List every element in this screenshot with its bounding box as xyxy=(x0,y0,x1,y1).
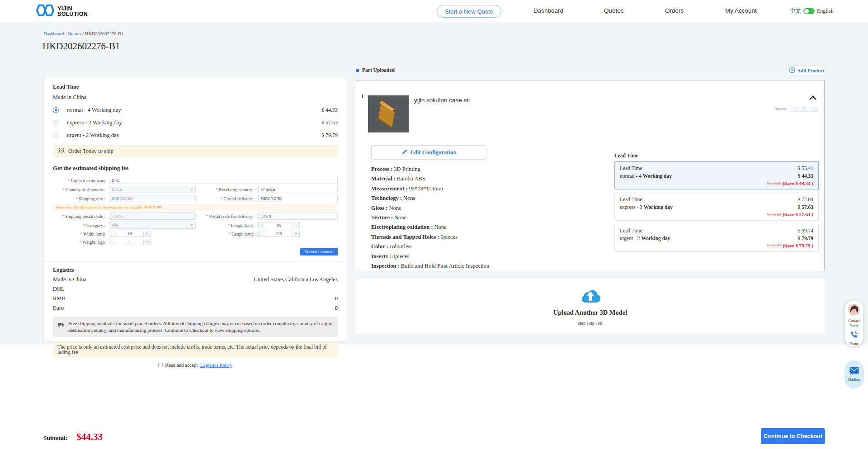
price-estimate-note: The price is only an estimated cost pric… xyxy=(53,341,338,358)
start-new-quote-button[interactable]: Start a New Quote xyxy=(437,5,501,18)
quantity-value: 1 xyxy=(796,106,812,112)
logo[interactable]: YIJIN SOLUTION xyxy=(35,4,88,19)
quote-page: YIJIN SOLUTION Start a New Quote Dashboa… xyxy=(0,0,868,449)
chevron-down-icon xyxy=(190,224,193,226)
lead-card-urgent[interactable]: Lead Time$ 99.74 urgent - 2 Working day$… xyxy=(614,224,819,252)
quantity-control: Quantity - 1 + xyxy=(774,106,818,112)
breadcrumb-dashboard[interactable]: Dashboard xyxy=(43,31,64,36)
lead-option-express[interactable]: express - 3 Working day $ 57.63 xyxy=(53,119,338,126)
delivery-postal-field[interactable] xyxy=(258,213,338,220)
receiving-country-input[interactable] xyxy=(261,187,335,192)
contact-float-widget: Contact Name Phone xyxy=(845,300,863,346)
policy-checkbox[interactable] xyxy=(158,363,163,367)
logistics-policy-link[interactable]: Logistics Policy xyxy=(200,362,232,368)
spec-technology: Technology :None xyxy=(371,194,584,203)
spec-inspection: Inspection :Build and Hold First Article… xyxy=(371,261,584,271)
part-uploaded-header: Part Uploaded xyxy=(356,67,395,73)
decrement-button[interactable]: - xyxy=(258,231,265,237)
height-value[interactable]: 119 xyxy=(265,231,292,237)
city-of-delivery-input[interactable] xyxy=(261,196,335,201)
country-of-shipment-label: *Country of shipment : xyxy=(53,187,105,192)
checkout-bar: Subtotal: $44.33 Continue to Checkout xyxy=(0,424,868,449)
nav-quotes[interactable]: Quotes xyxy=(604,7,624,14)
breadcrumb-sep: / xyxy=(65,31,66,36)
logo-text: YIJIN SOLUTION xyxy=(57,6,88,17)
city-of-delivery-field[interactable] xyxy=(258,195,338,202)
continue-to-checkout-button[interactable]: Continue to Checkout xyxy=(761,428,825,444)
receiving-country-field[interactable] xyxy=(258,186,338,193)
collapse-chevron-up-icon[interactable] xyxy=(809,94,817,102)
yijin-logo-icon xyxy=(35,4,55,19)
decrement-button[interactable]: - xyxy=(109,231,116,237)
logistics-company-input[interactable] xyxy=(112,178,335,183)
increment-button[interactable]: + xyxy=(143,239,151,245)
increment-button[interactable]: + xyxy=(812,106,818,112)
spec-electroplating: Electroplating oxidation :None xyxy=(371,222,584,232)
policy-text: Read and accept xyxy=(165,362,198,368)
category-select[interactable] xyxy=(109,222,196,229)
decrement-button[interactable]: - xyxy=(109,239,116,245)
delivery-postal-input[interactable] xyxy=(261,214,335,218)
spec-color: Color :colourless xyxy=(371,242,584,251)
shipping-city-field[interactable] xyxy=(109,195,196,202)
spec-threads: Threads and Tapped Holes :0pieces xyxy=(371,232,584,242)
length-value[interactable]: 95 xyxy=(265,222,292,228)
logistics-row: RMB0 xyxy=(53,295,338,302)
width-value[interactable]: 18 xyxy=(116,231,143,237)
upload-another-model-dropzone[interactable]: Upload Another 3D Model step | stp | stl xyxy=(356,279,825,334)
free-shipping-text: Free shipping available for small parcel… xyxy=(68,320,333,334)
country-of-shipment-select[interactable] xyxy=(109,186,196,193)
subtotal: Subtotal: $44.33 xyxy=(43,431,103,443)
add-product-button[interactable]: Add Product xyxy=(788,65,826,76)
lead-option-label: express - 3 Working day xyxy=(67,119,122,126)
nav-dashboard[interactable]: Dashboard xyxy=(533,7,563,14)
lang-english-label[interactable]: English xyxy=(817,8,834,14)
nav-orders[interactable]: Orders xyxy=(665,7,684,14)
country-of-shipment-value xyxy=(112,187,189,192)
upload-formats: step | stp | stl xyxy=(578,321,603,326)
increment-button[interactable]: + xyxy=(143,231,151,237)
edit-configuration-button[interactable]: Edit Configuration xyxy=(371,145,486,160)
lead-card-normal[interactable]: Lead Time$ 55.41 normal - 4 Working day$… xyxy=(614,161,819,189)
shipping-postal-field[interactable] xyxy=(109,213,196,220)
logistics-company-field[interactable] xyxy=(109,177,338,184)
phone-label[interactable]: Phone xyxy=(849,342,859,346)
decrement-button[interactable]: - xyxy=(258,222,265,228)
breadcrumb-quotes[interactable]: Quotes xyxy=(68,31,81,36)
nav-my-account[interactable]: My Account xyxy=(725,7,757,14)
lead-card-express[interactable]: Lead Time$ 72.04 express - 3 Working day… xyxy=(614,193,819,221)
width-stepper: -18+ xyxy=(109,231,151,237)
decrement-button[interactable]: - xyxy=(790,106,796,112)
model-thumbnail[interactable] xyxy=(368,95,409,132)
shipping-postal-label: *Shipping postal code : xyxy=(53,214,105,219)
contact-avatar[interactable] xyxy=(848,304,860,317)
quantity-label: Quantity xyxy=(774,107,787,111)
upload-title: Upload Another 3D Model xyxy=(553,309,627,317)
category-value xyxy=(112,223,189,227)
logistics-heading: Logistics xyxy=(53,267,338,274)
clock-icon xyxy=(58,147,65,156)
origin-label: Made in China xyxy=(53,94,338,101)
increment-button[interactable]: + xyxy=(292,222,300,228)
order-today-text: Order Today to ship xyxy=(68,148,113,155)
contact-name-label[interactable]: Contact Name xyxy=(845,319,863,327)
language-toggle[interactable] xyxy=(803,8,815,14)
increment-button[interactable]: + xyxy=(292,231,300,237)
spec-texture: Texture :None xyxy=(371,213,584,222)
radio-icon[interactable] xyxy=(53,132,59,138)
lang-chinese-label[interactable]: 中文 xyxy=(790,7,801,15)
free-shipping-note: Free shipping available for small parcel… xyxy=(53,317,338,337)
radio-selected-icon[interactable] xyxy=(53,107,59,113)
phone-icon[interactable] xyxy=(850,331,858,340)
model-filename: yijin solution case.stl xyxy=(414,97,470,104)
lead-option-normal[interactable]: normal - 4 Working day $ 44.33 xyxy=(53,107,338,113)
add-product-label: Add Product xyxy=(797,68,825,73)
lead-option-urgent[interactable]: urgent - 2 Working day $ 79.79 xyxy=(53,132,338,139)
weight-value[interactable]: 1 xyxy=(116,239,143,245)
edit-configuration-label: Edit Configuration xyxy=(410,149,457,156)
mailbox-float-widget[interactable]: Mailbox xyxy=(844,360,864,388)
spec-measurement: Measurement :95*18*119mm xyxy=(371,184,584,194)
submit-estimate-button[interactable]: Submit estimate xyxy=(300,248,338,255)
subtotal-label: Subtotal: xyxy=(43,435,67,442)
radio-icon[interactable] xyxy=(53,120,59,126)
